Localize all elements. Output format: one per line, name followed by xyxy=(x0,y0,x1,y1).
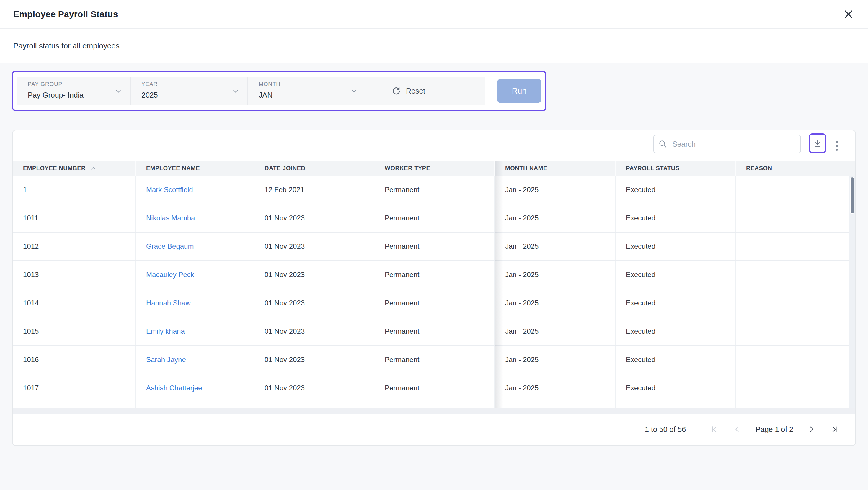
vertical-scrollbar[interactable] xyxy=(849,176,855,408)
table-row: 1011 Nikolas Mamba 01 Nov 2023 Permanent… xyxy=(13,204,855,233)
table-row: 1 Mark Scottfield 12 Feb 2021 Permanent … xyxy=(13,176,855,204)
chevron-down-icon xyxy=(350,87,358,95)
vertical-scrollbar-thumb[interactable] xyxy=(850,177,855,214)
next-page-icon xyxy=(807,425,816,434)
column-header-employee-name[interactable]: EMPLOYEE NAME xyxy=(136,161,254,176)
cell-worker-type: Permanent xyxy=(374,233,495,260)
cell-month-name: Jan - 2025 xyxy=(495,289,616,317)
cell-employee-number: 1017 xyxy=(13,374,136,402)
cell-worker-type: Permanent xyxy=(374,346,495,374)
download-icon xyxy=(812,138,822,148)
cell-worker-type: Permanent xyxy=(374,261,495,289)
cell-payroll-status: Executed xyxy=(616,233,736,260)
cell-date-joined: 01 Nov 2023 xyxy=(254,204,374,232)
cell-date-joined: 12 Feb 2021 xyxy=(254,176,374,204)
cell-reason xyxy=(736,233,855,260)
pagination: Page 1 of 2 xyxy=(709,424,839,434)
run-button[interactable]: Run xyxy=(497,79,541,103)
month-select[interactable]: MONTH JAN xyxy=(248,77,366,105)
employee-name-link[interactable]: Macauley Peck xyxy=(136,261,254,289)
employee-name-link[interactable]: Emily khana xyxy=(136,318,254,345)
cell-reason xyxy=(736,204,855,232)
last-page-button[interactable] xyxy=(829,424,839,434)
cell-payroll-status: Executed xyxy=(616,176,736,204)
cell-payroll-status: Executed xyxy=(616,261,736,289)
filter-bar: PAY GROUP Pay Group- India YEAR 2025 MON… xyxy=(12,70,547,111)
employee-name-link[interactable]: Sarah Jayne xyxy=(136,346,254,374)
close-button[interactable] xyxy=(842,8,855,21)
download-button[interactable] xyxy=(809,134,826,153)
cell-payroll-status: Executed xyxy=(616,204,736,232)
sort-ascending-icon xyxy=(90,165,97,172)
employee-name-link[interactable]: Nikolas Mamba xyxy=(136,204,254,232)
reset-label: Reset xyxy=(406,87,425,95)
cell-month-name: Jan - 2025 xyxy=(495,204,616,232)
cell-payroll-status: Executed xyxy=(616,346,736,374)
horizontal-scrollbar[interactable] xyxy=(13,408,855,414)
more-options-button[interactable] xyxy=(833,139,841,152)
month-label: MONTH xyxy=(259,81,366,87)
cell-worker-type: Permanent xyxy=(374,374,495,402)
table-header-row: EMPLOYEE NUMBER EMPLOYEE NAME DATE JOINE… xyxy=(13,161,855,176)
dialog-titlebar: Employee Payroll Status xyxy=(0,0,868,29)
cell-reason xyxy=(736,346,855,374)
cell-reason xyxy=(736,289,855,317)
previous-page-icon xyxy=(733,425,742,434)
cell-employee-number: 1012 xyxy=(13,233,136,260)
cell-reason xyxy=(736,261,855,289)
table-row: 1015 Emily khana 01 Nov 2023 Permanent J… xyxy=(13,318,855,346)
page-title: Employee Payroll Status xyxy=(13,9,118,19)
table-row: 1012 Grace Begaum 01 Nov 2023 Permanent … xyxy=(13,233,855,261)
cell-month-name: Jan - 2025 xyxy=(495,261,616,289)
column-header-employee-number[interactable]: EMPLOYEE NUMBER xyxy=(13,161,136,176)
employee-name-link[interactable]: Grace Begaum xyxy=(136,233,254,260)
kebab-icon xyxy=(836,141,838,143)
cell-worker-type: Permanent xyxy=(374,318,495,345)
search-icon xyxy=(659,140,667,148)
table-body: 1 Mark Scottfield 12 Feb 2021 Permanent … xyxy=(13,176,855,408)
column-header-month-name[interactable]: MONTH NAME xyxy=(495,161,616,176)
column-header-date-joined[interactable]: DATE JOINED xyxy=(254,161,374,176)
cell-payroll-status: Executed xyxy=(616,318,736,345)
pay-group-select[interactable]: PAY GROUP Pay Group- India xyxy=(17,77,131,105)
first-page-icon xyxy=(710,425,719,434)
employee-name-link[interactable]: Ashish Chatterjee xyxy=(136,374,254,402)
table-row: 1014 Hannah Shaw 01 Nov 2023 Permanent J… xyxy=(13,289,855,318)
table-row-partial xyxy=(13,403,855,408)
column-header-reason[interactable]: REASON xyxy=(736,161,855,176)
row-range-text: 1 to 50 of 56 xyxy=(645,425,686,434)
year-select[interactable]: YEAR 2025 xyxy=(131,77,248,105)
filter-fields: PAY GROUP Pay Group- India YEAR 2025 MON… xyxy=(17,77,485,105)
search-input[interactable] xyxy=(653,135,801,153)
cell-month-name: Jan - 2025 xyxy=(495,318,616,345)
table-row: 1013 Macauley Peck 01 Nov 2023 Permanent… xyxy=(13,261,855,289)
cell-month-name: Jan - 2025 xyxy=(495,233,616,260)
column-header-payroll-status[interactable]: PAYROLL STATUS xyxy=(616,161,736,176)
cell-date-joined: 01 Nov 2023 xyxy=(254,233,374,260)
search-box xyxy=(653,135,801,153)
cell-date-joined: 01 Nov 2023 xyxy=(254,289,374,317)
cell-reason xyxy=(736,176,855,204)
column-header-worker-type[interactable]: WORKER TYPE xyxy=(374,161,495,176)
reset-button[interactable]: Reset xyxy=(366,77,485,105)
last-page-icon xyxy=(830,425,839,434)
cell-date-joined: 01 Nov 2023 xyxy=(254,261,374,289)
cell-worker-type: Permanent xyxy=(374,176,495,204)
cell-reason xyxy=(736,318,855,345)
cell-month-name: Jan - 2025 xyxy=(495,176,616,204)
page-indicator: Page 1 of 2 xyxy=(756,425,793,434)
content-area: PAY GROUP Pay Group- India YEAR 2025 MON… xyxy=(0,63,868,490)
previous-page-button[interactable] xyxy=(732,424,743,434)
chevron-down-icon xyxy=(114,87,122,95)
cell-month-name: Jan - 2025 xyxy=(495,346,616,374)
cell-employee-number: 1016 xyxy=(13,346,136,374)
next-page-button[interactable] xyxy=(806,424,816,434)
dialog-subheader: Payroll status for all employees xyxy=(0,29,868,63)
cell-date-joined: 01 Nov 2023 xyxy=(254,318,374,345)
pay-group-label: PAY GROUP xyxy=(28,81,130,87)
first-page-button[interactable] xyxy=(709,424,720,434)
cell-date-joined: 01 Nov 2023 xyxy=(254,374,374,402)
reset-icon xyxy=(391,86,401,96)
employee-name-link[interactable]: Hannah Shaw xyxy=(136,289,254,317)
employee-name-link[interactable]: Mark Scottfield xyxy=(136,176,254,204)
